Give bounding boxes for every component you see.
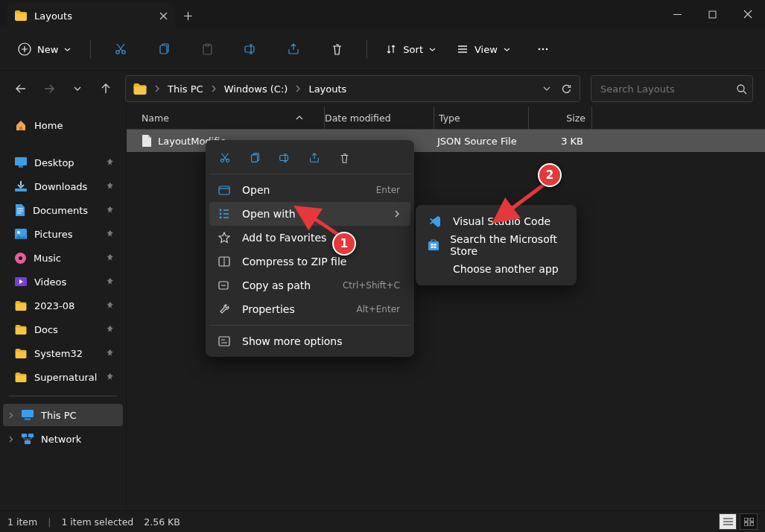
sidebar-downloads[interactable]: Downloads <box>3 175 123 197</box>
folder-icon <box>133 83 147 95</box>
col-date[interactable]: Date modified <box>325 107 434 129</box>
pin-icon <box>107 206 115 215</box>
menu-separator <box>209 325 410 326</box>
search-box[interactable] <box>591 75 753 102</box>
search-input[interactable] <box>599 83 729 95</box>
share-button[interactable] <box>274 36 313 63</box>
icons-view-button[interactable] <box>740 513 758 530</box>
address-dropdown-icon[interactable] <box>543 85 550 92</box>
col-label: Type <box>439 113 460 124</box>
sidebar-documents[interactable]: Documents <box>3 199 123 221</box>
ctx-open[interactable]: Open Enter <box>209 178 410 202</box>
sidebar-music[interactable]: Music <box>3 247 123 269</box>
status-size: 2.56 KB <box>144 516 180 528</box>
forward-button[interactable] <box>40 80 58 98</box>
rename-button[interactable] <box>231 36 270 63</box>
col-type[interactable]: Type <box>434 107 529 129</box>
svg-rect-41 <box>434 247 437 249</box>
chevron-right-icon <box>7 412 14 419</box>
sidebar-network[interactable]: Network <box>3 428 123 450</box>
home-icon <box>15 119 27 131</box>
more-button[interactable] <box>524 36 562 63</box>
file-type: JSON Source File <box>437 136 517 147</box>
ctx-copy-path[interactable]: Copy as path Ctrl+Shift+C <box>209 273 410 297</box>
address-bar[interactable]: This PC Windows (C:) Layouts <box>125 75 580 102</box>
sidebar-label: Music <box>34 253 61 264</box>
submenu-store[interactable]: Search the Microsoft Store <box>420 233 572 257</box>
file-icon <box>142 135 152 147</box>
paste-button[interactable] <box>188 36 226 63</box>
sidebar-this-pc[interactable]: This PC <box>3 404 123 426</box>
network-icon <box>22 434 34 444</box>
up-button[interactable] <box>97 80 115 98</box>
new-tab-button[interactable] <box>175 3 200 28</box>
titlebar: Layouts <box>0 0 765 28</box>
ctx-more-options[interactable]: Show more options <box>209 329 410 353</box>
annotation-badge-1: 1 <box>332 232 356 256</box>
ctx-copy-icon[interactable] <box>242 147 267 169</box>
sort-button[interactable]: Sort <box>378 36 445 63</box>
refresh-button[interactable] <box>561 83 572 95</box>
ctx-open-with[interactable]: Open with <box>209 202 410 226</box>
pin-icon <box>107 302 115 310</box>
sidebar-label: Home <box>34 120 63 131</box>
star-icon <box>217 232 232 244</box>
status-bar: 1 item | 1 item selected 2.56 KB <box>0 510 765 532</box>
tab-layouts[interactable]: Layouts <box>7 3 175 28</box>
sidebar-desktop[interactable]: Desktop <box>3 151 123 174</box>
toolbar: New Sort View <box>0 28 765 71</box>
ctx-favorites[interactable]: Add to Favorites <box>209 226 410 250</box>
ctx-properties[interactable]: Properties Alt+Enter <box>209 297 410 321</box>
sidebar-videos[interactable]: Videos <box>3 270 123 293</box>
ctx-share-icon[interactable] <box>302 147 327 169</box>
col-size[interactable]: Size <box>529 107 592 129</box>
sidebar: Home Desktop Downloads Documents Picture… <box>0 107 127 512</box>
ctx-compress[interactable]: Compress to ZIP file <box>209 250 410 273</box>
copy-button[interactable] <box>145 36 183 63</box>
new-label: New <box>37 44 58 55</box>
menu-label: Visual Studio Code <box>453 215 550 227</box>
ctx-delete-icon[interactable] <box>331 147 357 169</box>
copy-path-icon <box>217 280 232 291</box>
open-icon <box>217 184 232 196</box>
tab-close-icon[interactable] <box>159 12 168 20</box>
sidebar-folder-2023-08[interactable]: 2023-08 <box>3 294 123 317</box>
svg-point-16 <box>17 231 20 234</box>
menu-shortcut: Ctrl+Shift+C <box>343 280 400 291</box>
menu-label: Properties <box>242 303 295 315</box>
close-button[interactable] <box>730 0 765 28</box>
delete-button[interactable] <box>317 36 356 63</box>
svg-rect-35 <box>219 337 229 346</box>
sidebar-folder-supernatural[interactable]: Supernatural Sea <box>3 366 123 388</box>
sidebar-pictures[interactable]: Pictures <box>3 223 123 245</box>
minimize-button[interactable] <box>660 0 695 28</box>
maximize-button[interactable] <box>695 0 730 28</box>
svg-rect-22 <box>22 434 27 437</box>
details-view-button[interactable] <box>719 513 737 530</box>
breadcrumb-c-drive[interactable]: Windows (C:) <box>224 83 288 95</box>
ctx-rename-icon[interactable] <box>272 147 297 169</box>
sort-asc-icon <box>296 115 303 121</box>
history-button[interactable] <box>69 80 86 98</box>
cut-button[interactable] <box>101 36 140 63</box>
ctx-cut-icon[interactable] <box>212 147 238 169</box>
sidebar-folder-system32[interactable]: System32 <box>3 342 123 364</box>
submenu-choose[interactable]: Choose another app <box>420 257 572 281</box>
svg-point-10 <box>546 48 548 51</box>
svg-rect-20 <box>22 410 34 417</box>
submenu-vscode[interactable]: Visual Studio Code <box>420 209 572 233</box>
col-name[interactable]: Name <box>142 107 325 129</box>
breadcrumb-this-pc[interactable]: This PC <box>168 83 203 95</box>
file-size: 3 KB <box>561 136 583 147</box>
separator <box>9 396 117 396</box>
view-label: View <box>474 44 498 55</box>
menu-label: Search the Microsoft Store <box>450 233 562 257</box>
sidebar-home[interactable]: Home <box>3 114 123 136</box>
new-button[interactable]: New <box>10 36 80 63</box>
pictures-icon <box>15 229 27 239</box>
back-button[interactable] <box>12 80 30 98</box>
svg-point-3 <box>122 51 125 54</box>
breadcrumb-layouts[interactable]: Layouts <box>308 83 346 95</box>
view-button[interactable]: View <box>449 36 519 63</box>
sidebar-folder-docs[interactable]: Docs <box>3 318 123 341</box>
